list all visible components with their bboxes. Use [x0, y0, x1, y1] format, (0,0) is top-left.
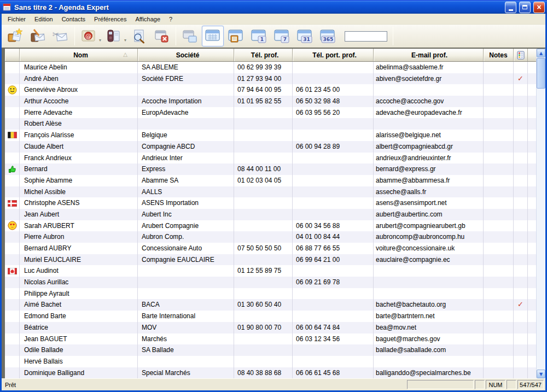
notes-cell[interactable]	[484, 62, 514, 73]
table-row[interactable]: Christophe ASENSASENS Importationasens@a…	[5, 197, 536, 209]
email-cell[interactable]	[374, 356, 484, 367]
notes-cell[interactable]	[484, 220, 514, 232]
mobile-cell[interactable]	[293, 344, 374, 356]
quick-search-input[interactable]	[345, 31, 387, 42]
contact-name-cell[interactable]: François Alarisse	[20, 130, 138, 141]
notes-cell[interactable]	[484, 175, 514, 186]
table-row[interactable]: Dominique BalligandSpecial Marchés08 40 …	[5, 367, 536, 378]
close-button[interactable]: ×	[533, 2, 545, 13]
email-cell[interactable]: aubert@aubertinc.com	[374, 209, 484, 220]
phone-cell[interactable]: 08 40 38 88 68	[234, 367, 293, 378]
phone-cell[interactable]	[234, 141, 293, 153]
phone-cell[interactable]	[234, 209, 293, 220]
company-cell[interactable]: Barte International	[138, 311, 234, 322]
check-cell[interactable]	[514, 334, 528, 345]
mobile-cell[interactable]	[293, 288, 374, 300]
header-societe[interactable]: Société	[138, 49, 234, 61]
check-cell[interactable]	[514, 96, 528, 107]
contact-name-cell[interactable]: Bernard AUBRY	[20, 243, 138, 254]
mobile-cell[interactable]	[293, 62, 374, 73]
email-cell[interactable]: balliganddo@specialmarches.be	[374, 367, 484, 378]
send-email-button[interactable]: @	[78, 26, 100, 46]
check-cell[interactable]: ✓	[514, 73, 528, 85]
company-cell[interactable]: Belgique	[138, 130, 234, 141]
mobile-cell[interactable]: 06 00 94 28 89	[293, 141, 374, 153]
phone-cell[interactable]	[234, 344, 293, 356]
phone-cell[interactable]	[234, 130, 293, 141]
company-cell[interactable]: Concessionaire Auto	[138, 243, 234, 254]
check-cell[interactable]	[514, 288, 528, 300]
company-cell[interactable]	[138, 277, 234, 288]
email-cell[interactable]: arubert@compagniearubert.gb	[374, 220, 484, 232]
minimize-button[interactable]	[505, 2, 516, 13]
phone-cell[interactable]: 01 27 93 94 00	[234, 73, 293, 85]
mobile-cell[interactable]	[293, 311, 374, 322]
send-email-dropdown-arrow-icon[interactable]: ▾	[99, 38, 101, 43]
check-cell[interactable]	[514, 163, 528, 175]
table-row[interactable]: Edmond BarteBarte Internationalbarte@bar…	[5, 311, 536, 322]
contact-name-cell[interactable]: Pierre Aubron	[20, 231, 138, 243]
check-cell[interactable]	[514, 356, 528, 367]
check-cell[interactable]	[514, 311, 528, 322]
phone-cell[interactable]	[234, 288, 293, 300]
table-row[interactable]: Robert Alèse	[5, 118, 536, 130]
mobile-cell[interactable]	[293, 130, 374, 141]
check-cell[interactable]	[514, 265, 528, 277]
mobile-cell[interactable]: 06 03 95 56 20	[293, 107, 374, 119]
mobile-cell[interactable]	[293, 197, 374, 209]
email-cell[interactable]: abelinma@saableme.fr	[374, 62, 484, 73]
notes-cell[interactable]	[484, 334, 514, 345]
company-cell[interactable]	[138, 356, 234, 367]
notes-cell[interactable]	[484, 356, 514, 367]
notes-cell[interactable]	[484, 84, 514, 96]
table-row[interactable]: Jean AubertAubert Incaubert@aubertinc.co…	[5, 209, 536, 220]
table-row[interactable]: Geneviève Abroux07 94 64 00 9506 01 23 4…	[5, 84, 536, 96]
check-cell[interactable]	[514, 243, 528, 254]
table-row[interactable]: Odile BalladeSA Balladeballade@saballade…	[5, 344, 536, 356]
email-cell[interactable]: bachet@bachetauto.org	[374, 299, 484, 311]
email-cell[interactable]: abiven@societefdre.gr	[374, 73, 484, 85]
email-cell[interactable]: bea@mov.net	[374, 322, 484, 334]
notes-cell[interactable]	[484, 299, 514, 311]
mobile-cell[interactable]	[293, 186, 374, 198]
notes-cell[interactable]	[484, 197, 514, 209]
check-cell[interactable]	[514, 344, 528, 356]
check-cell[interactable]	[514, 220, 528, 232]
company-cell[interactable]: Société FDRE	[138, 73, 234, 85]
email-cell[interactable]	[374, 118, 484, 130]
scroll-down-button[interactable]: ▼	[537, 370, 545, 378]
contact-name-cell[interactable]: Philippe Ayrault	[20, 288, 138, 300]
company-cell[interactable]: SA Ballade	[138, 344, 234, 356]
email-cell[interactable]: voiture@concessionaire.uk	[374, 243, 484, 254]
table-row[interactable]: Jean BAGUETMarchés06 03 12 34 56baguet@m…	[5, 334, 536, 345]
header-card-column[interactable]	[514, 49, 528, 61]
email-cell[interactable]	[374, 277, 484, 288]
mobile-cell[interactable]	[293, 209, 374, 220]
notes-cell[interactable]	[484, 141, 514, 153]
notes-cell[interactable]	[484, 107, 514, 119]
company-cell[interactable]	[138, 265, 234, 277]
mobile-cell[interactable]: 06 01 23 45 00	[293, 84, 374, 96]
scroll-track[interactable]	[537, 89, 545, 370]
header-nom[interactable]: Nom △	[20, 49, 138, 61]
email-cell[interactable]: bernard@express.gr	[374, 163, 484, 175]
notes-cell[interactable]	[484, 322, 514, 334]
phone-cell[interactable]	[234, 334, 293, 345]
table-row[interactable]: Philippe Ayrault	[5, 288, 536, 300]
contact-name-cell[interactable]: Dominique Balligand	[20, 367, 138, 378]
notes-cell[interactable]	[484, 344, 514, 356]
notes-cell[interactable]	[484, 163, 514, 175]
contact-name-cell[interactable]: Hervé Ballais	[20, 356, 138, 367]
notes-cell[interactable]	[484, 265, 514, 277]
contact-name-cell[interactable]: Béatrice	[20, 322, 138, 334]
check-cell[interactable]	[514, 153, 528, 164]
view-month-button[interactable]: 31	[294, 26, 316, 46]
notes-cell[interactable]	[484, 186, 514, 198]
email-cell[interactable]: albert@compagnieabcd.gr	[374, 141, 484, 153]
table-row[interactable]: Claude AlbertCompagnie ABCD06 00 94 28 8…	[5, 141, 536, 153]
menu-edition[interactable]: Edition	[30, 14, 57, 24]
table-row[interactable]: Bernard AUBRYConcessionaire Auto07 50 50…	[5, 243, 536, 254]
contact-name-cell[interactable]: Pierre Adevache	[20, 107, 138, 119]
menu-fichier[interactable]: Fichier	[3, 14, 30, 24]
email-cell[interactable]: baguet@marches.gov	[374, 334, 484, 345]
